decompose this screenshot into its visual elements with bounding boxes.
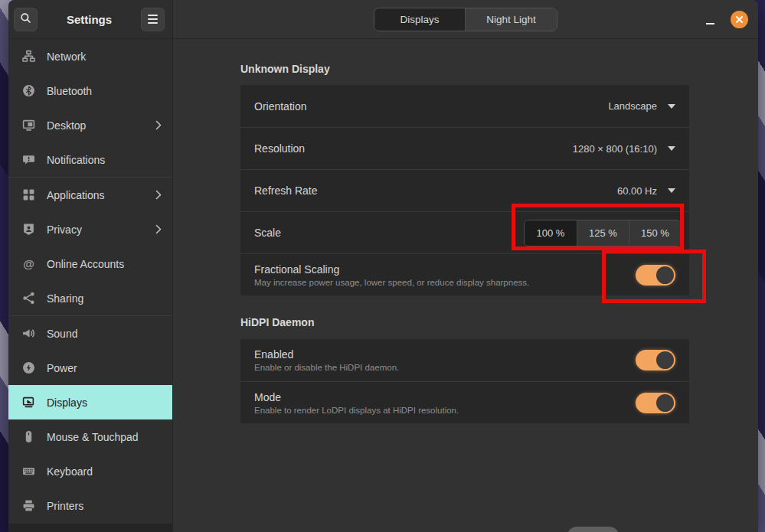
window-title: Settings <box>38 13 141 26</box>
row-mode: Mode Enable to render LoDPI displays at … <box>240 381 689 423</box>
online-accounts-icon: @ <box>22 257 35 270</box>
row-resolution[interactable]: Resolution 1280 × 800 (16:10) <box>240 127 689 169</box>
orientation-value: Landscape <box>608 100 657 112</box>
section-heading-hidpi-daemon: HiDPI Daemon <box>240 316 689 328</box>
section-heading-unknown-display: Unknown Display <box>240 63 689 75</box>
hidpi-daemon-card: Enabled Enable or disable the HiDPI daem… <box>240 339 689 423</box>
dropdown-arrow-icon <box>668 146 675 151</box>
notifications-icon <box>22 153 35 166</box>
sidebar-item-label: Keyboard <box>47 465 162 478</box>
row-refresh-rate[interactable]: Refresh Rate 60.00 Hz <box>240 169 689 211</box>
bluetooth-icon <box>22 84 35 97</box>
sidebar-item-label: Notifications <box>47 154 162 166</box>
sidebar-item-notifications[interactable]: Notifications <box>8 142 172 177</box>
tab-displays[interactable]: Displays <box>374 8 466 31</box>
scale-segmented-control: 100 % 125 % 150 % <box>524 220 682 246</box>
keyboard-icon <box>22 465 35 478</box>
row-orientation[interactable]: Orientation Landscape <box>240 85 689 127</box>
mouse-icon <box>22 430 35 443</box>
desktop-icon <box>22 119 35 132</box>
sidebar-item-applications[interactable]: Applications <box>8 178 172 212</box>
minimize-button[interactable] <box>706 15 714 24</box>
toggle-knob <box>656 394 674 412</box>
sidebar-item-mouse-touchpad[interactable]: Mouse & Touchpad <box>8 419 172 454</box>
display-settings-card: Orientation Landscape Resolution 1280 × … <box>240 85 689 295</box>
sidebar-item-privacy[interactable]: Privacy <box>8 212 172 246</box>
printers-icon <box>22 499 35 512</box>
sidebar-item-label: Sharing <box>47 292 162 305</box>
sidebar: Network Bluetooth Desktop Notifications <box>8 39 173 532</box>
sidebar-item-label: Network <box>47 51 162 63</box>
row-subtitle: Enable to render LoDPI displays at HiDPI… <box>254 406 628 415</box>
sidebar-item-label: Printers <box>47 500 162 512</box>
hidpi-enabled-toggle[interactable] <box>636 350 675 370</box>
sidebar-item-online-accounts[interactable]: @ Online Accounts <box>8 246 172 281</box>
row-enabled: Enabled Enable or disable the HiDPI daem… <box>240 339 689 381</box>
scale-125-button[interactable]: 125 % <box>577 220 629 246</box>
sidebar-item-label: Mouse & Touchpad <box>47 431 162 443</box>
sidebar-item-label: Displays <box>47 397 162 409</box>
sidebar-item-label: Bluetooth <box>47 85 162 97</box>
scale-100-button[interactable]: 100 % <box>525 220 577 246</box>
privacy-icon <box>22 223 35 236</box>
row-label: Fractional Scaling <box>254 263 628 276</box>
applications-icon <box>22 188 35 201</box>
chevron-right-icon <box>155 224 162 234</box>
sidebar-item-label: Applications <box>47 189 144 201</box>
row-label: Refresh Rate <box>254 184 610 197</box>
settings-window: Settings Displays Night Light <box>8 0 758 532</box>
sidebar-item-sharing[interactable]: Sharing <box>8 281 172 315</box>
row-subtitle: Enable or disable the HiDPI daemon. <box>254 363 628 372</box>
sidebar-item-label: Privacy <box>47 224 144 236</box>
row-label: Enabled <box>254 348 628 361</box>
sidebar-item-label: Sound <box>47 328 162 340</box>
displays-icon <box>22 396 35 409</box>
sidebar-item-power[interactable]: Power <box>8 351 172 385</box>
sidebar-item-label: Power <box>47 362 162 374</box>
menu-button[interactable] <box>141 8 165 31</box>
search-icon <box>20 12 31 27</box>
sharing-icon <box>22 292 35 305</box>
row-label: Resolution <box>254 142 565 155</box>
sidebar-item-printers[interactable]: Printers <box>8 488 172 523</box>
tab-night-light[interactable]: Night Light <box>466 8 557 31</box>
sidebar-item-sound[interactable]: Sound <box>8 316 172 351</box>
bottom-overlay-pill[interactable] <box>567 527 619 532</box>
scale-150-button[interactable]: 150 % <box>629 220 681 246</box>
fractional-scaling-toggle[interactable] <box>636 265 675 286</box>
headerbar-right: Displays Night Light <box>173 0 758 39</box>
sidebar-bottom-edge <box>8 524 172 532</box>
chevron-right-icon <box>155 190 162 200</box>
toggle-knob <box>656 266 674 284</box>
sidebar-item-bluetooth[interactable]: Bluetooth <box>8 73 172 108</box>
sound-icon <box>22 327 35 340</box>
view-switcher: Displays Night Light <box>374 8 557 31</box>
search-button[interactable] <box>14 8 38 31</box>
headerbar: Settings Displays Night Light <box>8 0 758 39</box>
main-content: Unknown Display Orientation Landscape Re… <box>174 39 758 532</box>
row-label: Orientation <box>254 100 600 113</box>
close-button[interactable] <box>731 11 748 28</box>
row-subtitle: May increase power usage, lower speed, o… <box>254 278 628 287</box>
row-scale: Scale 100 % 125 % 150 % <box>240 211 689 253</box>
network-icon <box>22 50 35 63</box>
sidebar-item-label: Desktop <box>47 119 144 132</box>
sidebar-item-desktop[interactable]: Desktop <box>8 108 172 142</box>
dropdown-arrow-icon <box>668 188 675 193</box>
headerbar-left: Settings <box>8 0 173 39</box>
row-fractional-scaling: Fractional Scaling May increase power us… <box>240 253 689 295</box>
sidebar-item-displays[interactable]: Displays <box>8 385 172 419</box>
window-controls <box>706 0 748 39</box>
row-label: Mode <box>254 391 628 403</box>
dropdown-arrow-icon <box>668 104 675 109</box>
row-label: Scale <box>254 227 516 239</box>
hidpi-mode-toggle[interactable] <box>636 393 675 413</box>
sidebar-item-label: Online Accounts <box>47 258 162 270</box>
hamburger-icon <box>148 15 158 24</box>
sidebar-item-network[interactable]: Network <box>8 39 172 73</box>
power-icon <box>22 361 35 374</box>
chevron-right-icon <box>155 120 162 130</box>
sidebar-item-keyboard[interactable]: Keyboard <box>8 454 172 488</box>
resolution-value: 1280 × 800 (16:10) <box>573 143 657 155</box>
refresh-rate-value: 60.00 Hz <box>617 185 657 197</box>
